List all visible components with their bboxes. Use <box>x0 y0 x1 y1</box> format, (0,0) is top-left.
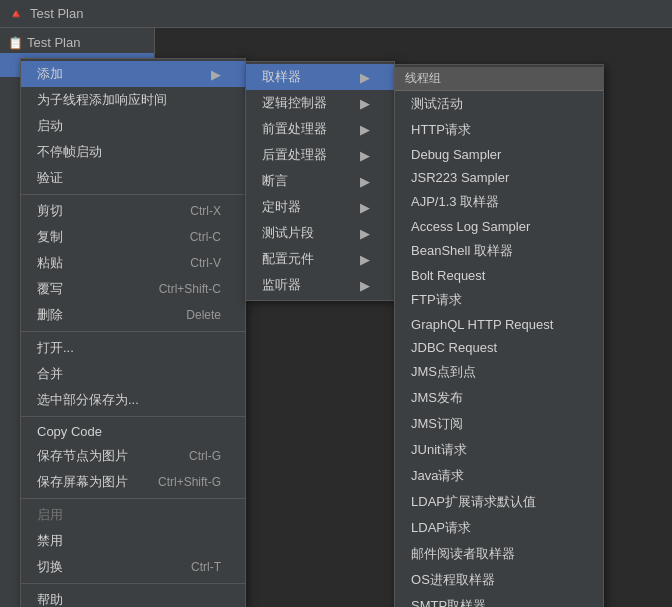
sampler-accesslog[interactable]: Access Log Sampler <box>395 215 603 238</box>
sampler-jdbc[interactable]: JDBC Request <box>395 336 603 359</box>
menu-item-cut[interactable]: 剪切 Ctrl-X <box>21 198 245 224</box>
sampler-test-activity[interactable]: 测试活动 <box>395 91 603 117</box>
divider-1 <box>21 194 245 195</box>
menu-label: 添加 <box>37 65 63 83</box>
menu-item-validate[interactable]: 验证 <box>21 165 245 191</box>
submenu-header: 线程组 <box>395 67 603 91</box>
menu-label: 取样器 <box>262 68 301 86</box>
sampler-jms-p2p[interactable]: JMS点到点 <box>395 359 603 385</box>
sampler-beanshell[interactable]: BeanShell 取样器 <box>395 238 603 264</box>
menu-item-save-node-image[interactable]: 保存节点为图片 Ctrl-G <box>21 443 245 469</box>
context-menu-l1: 添加 ▶ 取样器 ▶ 线程组 测试活动 HTTP请求 Debug Sampl <box>20 58 246 607</box>
divider-3 <box>21 416 245 417</box>
sampler-jsr223[interactable]: JSR223 Sampler <box>395 166 603 189</box>
submenu-add-listener[interactable]: 监听器 ▶ <box>246 272 394 298</box>
sampler-os[interactable]: OS进程取样器 <box>395 567 603 593</box>
menu-item-add-response-time[interactable]: 为子线程添加响应时间 <box>21 87 245 113</box>
submenu-add-timer[interactable]: 定时器 ▶ <box>246 194 394 220</box>
sampler-junit[interactable]: JUnit请求 <box>395 437 603 463</box>
divider-2 <box>21 331 245 332</box>
sampler-java[interactable]: Java请求 <box>395 463 603 489</box>
menu-item-add[interactable]: 添加 ▶ 取样器 ▶ 线程组 测试活动 HTTP请求 Debug Sampl <box>21 61 245 87</box>
app-title: Test Plan <box>30 6 83 21</box>
menu-item-start-no-pause[interactable]: 不停帧启动 <box>21 139 245 165</box>
submenu-add-post[interactable]: 后置处理器 ▶ <box>246 142 394 168</box>
sampler-bolt[interactable]: Bolt Request <box>395 264 603 287</box>
menu-item-save-screen-image[interactable]: 保存屏幕为图片 Ctrl+Shift-G <box>21 469 245 495</box>
divider-4 <box>21 498 245 499</box>
divider-5 <box>21 583 245 584</box>
menu-item-save-selection[interactable]: 选中部分保存为... <box>21 387 245 413</box>
menu-item-copy-code[interactable]: Copy Code <box>21 420 245 443</box>
sampler-graphql[interactable]: GraphQL HTTP Request <box>395 313 603 336</box>
menu-item-open[interactable]: 打开... <box>21 335 245 361</box>
top-bar: 🔺 Test Plan <box>0 0 672 28</box>
menu-item-start[interactable]: 启动 <box>21 113 245 139</box>
menu-item-copy[interactable]: 复制 Ctrl-C <box>21 224 245 250</box>
tree-item-testplan[interactable]: 📋 Test Plan <box>0 32 154 53</box>
sampler-ftp[interactable]: FTP请求 <box>395 287 603 313</box>
app-icon: 🔺 <box>8 6 24 21</box>
menu-item-toggle[interactable]: 切换 Ctrl-T <box>21 554 245 580</box>
sampler-ajp[interactable]: AJP/1.3 取样器 <box>395 189 603 215</box>
arrow-icon: ▶ <box>211 67 221 82</box>
submenu-add: 取样器 ▶ 线程组 测试活动 HTTP请求 Debug Sampler JSR2… <box>245 61 395 301</box>
sampler-smtp[interactable]: SMTP取样器 <box>395 593 603 607</box>
sampler-ldap-ext[interactable]: LDAP扩展请求默认值 <box>395 489 603 515</box>
sampler-jms-pub[interactable]: JMS发布 <box>395 385 603 411</box>
menu-item-merge[interactable]: 合并 <box>21 361 245 387</box>
sampler-ldap[interactable]: LDAP请求 <box>395 515 603 541</box>
submenu-add-testfrag[interactable]: 测试片段 ▶ <box>246 220 394 246</box>
tree-item-label: Test Plan <box>27 35 80 50</box>
sampler-jms-sub[interactable]: JMS订阅 <box>395 411 603 437</box>
menu-item-disable[interactable]: 禁用 <box>21 528 245 554</box>
sampler-mail-reader[interactable]: 邮件阅读者取样器 <box>395 541 603 567</box>
menu-item-paste[interactable]: 粘贴 Ctrl-V <box>21 250 245 276</box>
submenu-add-assertion[interactable]: 断言 ▶ <box>246 168 394 194</box>
main-area: 📋 Test Plan ▼ ⚙ 线程组 🔧 We... 添加 ▶ 取样器 ▶ <box>0 28 672 607</box>
submenu-add-pre[interactable]: 前置处理器 ▶ <box>246 116 394 142</box>
testplan-icon: 📋 <box>8 36 23 50</box>
sampler-debug[interactable]: Debug Sampler <box>395 143 603 166</box>
submenu-add-samplers[interactable]: 取样器 ▶ 线程组 测试活动 HTTP请求 Debug Sampler JSR2… <box>246 64 394 90</box>
submenu-add-logic[interactable]: 逻辑控制器 ▶ <box>246 90 394 116</box>
submenu-add-config[interactable]: 配置元件 ▶ <box>246 246 394 272</box>
menu-item-overwrite[interactable]: 覆写 Ctrl+Shift-C <box>21 276 245 302</box>
sampler-http[interactable]: HTTP请求 <box>395 117 603 143</box>
submenu-samplers: 线程组 测试活动 HTTP请求 Debug Sampler JSR223 Sam… <box>394 64 604 607</box>
menu-item-help[interactable]: 帮助 <box>21 587 245 607</box>
menu-item-delete[interactable]: 删除 Delete <box>21 302 245 328</box>
arrow-icon: ▶ <box>360 70 370 85</box>
menu-item-enable: 启用 <box>21 502 245 528</box>
